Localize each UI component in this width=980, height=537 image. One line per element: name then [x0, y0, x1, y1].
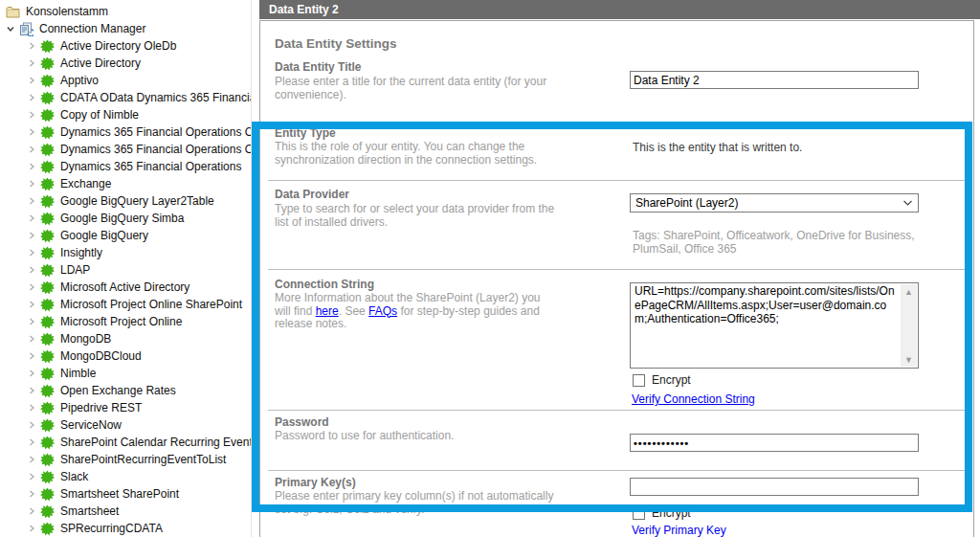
tree-item-connection[interactable]: SPRecurringCDATA	[0, 520, 251, 537]
encrypt-connection-checkbox-row[interactable]: Encrypt	[633, 373, 691, 387]
tree-item-label: Microsoft Project Online	[60, 315, 182, 328]
tree-item-connection[interactable]: MongoDB	[0, 330, 251, 347]
chevron-collapsed-icon[interactable]	[24, 486, 39, 502]
primary-keys-input[interactable]	[630, 478, 919, 496]
chevron-collapsed-icon[interactable]	[24, 331, 39, 347]
tree-item-connection[interactable]: Google BigQuery Layer2Table	[0, 192, 251, 210]
section-divider	[268, 180, 966, 181]
chevron-collapsed-icon[interactable]	[24, 193, 39, 209]
tree-item-connection[interactable]: Microsoft Active Directory	[0, 279, 251, 296]
tree-item-label: Google BigQuery	[60, 229, 148, 242]
chevron-collapsed-icon[interactable]	[24, 124, 39, 140]
tree-item-console-root[interactable]: Konsolenstamm	[0, 3, 251, 20]
tree-item-connection[interactable]: Smartsheet	[0, 503, 251, 520]
tree-item-connection[interactable]: Active Directory	[0, 55, 251, 72]
tree-item-connection[interactable]: Open Exchange Rates	[0, 382, 251, 399]
tree-item-connection[interactable]: Apptivo	[0, 72, 251, 89]
connector-icon	[39, 521, 55, 536]
verify-primary-key-link[interactable]: Verify Primary Key	[632, 524, 726, 537]
chevron-collapsed-icon[interactable]	[24, 348, 39, 364]
chevron-collapsed-icon[interactable]	[24, 366, 39, 381]
tree-item-label: Active Directory	[60, 56, 141, 70]
chevron-collapsed-icon[interactable]	[24, 211, 39, 226]
faqs-link[interactable]: FAQs	[368, 304, 397, 318]
checkbox-unchecked[interactable]	[633, 374, 645, 387]
tree-item-label: MongoDBCloud	[60, 349, 142, 363]
tree-item-connection[interactable]: ServiceNow	[0, 416, 251, 434]
chevron-collapsed-icon[interactable]	[24, 383, 39, 398]
tree-item-connection[interactable]: Dynamics 365 Financial Operations OA	[0, 141, 251, 158]
chevron-collapsed-icon[interactable]	[24, 503, 39, 519]
chevron-collapsed-icon[interactable]	[24, 142, 39, 157]
field-desc-primary-keys: Please enter primary key column(s) if no…	[275, 490, 562, 516]
connector-icon	[39, 245, 55, 260]
chevron-collapsed-icon[interactable]	[24, 159, 39, 174]
checkbox-unchecked[interactable]	[633, 507, 645, 520]
connector-icon	[39, 469, 55, 484]
tree-item-connection[interactable]: SharePoint Calendar Recurring Events	[0, 434, 251, 451]
chevron-collapsed-icon[interactable]	[24, 435, 39, 450]
scroll-down-icon[interactable]: ▼	[901, 352, 917, 367]
chevron-collapsed-icon[interactable]	[24, 314, 39, 329]
here-link[interactable]: here	[316, 304, 339, 318]
chevron-collapsed-icon[interactable]	[24, 297, 39, 312]
tree-item-label: Google BigQuery Simba	[60, 212, 184, 225]
chevron-collapsed-icon[interactable]	[24, 176, 39, 191]
verify-connection-string-link[interactable]: Verify Connection String	[632, 392, 755, 406]
connector-icon	[39, 159, 55, 174]
connection-string-textarea[interactable]: URL=https://company.sharepoint.com/sites…	[630, 282, 919, 369]
tree-item-connection[interactable]: Dynamics 365 Financial Operations	[0, 158, 251, 175]
chevron-collapsed-icon[interactable]	[24, 90, 39, 105]
tree-item-connection[interactable]: CDATA OData Dynamics 365 Financial (	[0, 89, 251, 106]
chevron-collapsed-icon[interactable]	[24, 73, 39, 88]
chevron-collapsed-icon[interactable]	[24, 245, 39, 260]
connector-icon	[39, 297, 55, 312]
entity-type-value: This is the entity that is written to.	[633, 141, 802, 154]
tree-item-connection[interactable]: Pipedrive REST	[0, 399, 251, 416]
connector-icon	[39, 73, 55, 88]
tree-item-connection[interactable]: Smartsheet SharePoint	[0, 485, 251, 503]
tree-item-connection[interactable]: Insightly	[0, 244, 251, 261]
textarea-scrollbar[interactable]: ▲ ▼	[901, 284, 917, 367]
chevron-collapsed-icon[interactable]	[24, 521, 39, 536]
chevron-expanded-icon[interactable]	[3, 21, 18, 36]
tree-item-connection[interactable]: Microsoft Project Online SharePoint	[0, 296, 251, 313]
tree-item-connection[interactable]: Nimble	[0, 365, 251, 382]
tree-item-connection[interactable]: LDAP	[0, 261, 251, 279]
chevron-collapsed-icon[interactable]	[24, 469, 39, 484]
tree-item-label: Google BigQuery Layer2Table	[60, 194, 214, 208]
tree-item-connection[interactable]: Active Directory OleDb	[0, 37, 251, 55]
chevron-collapsed-icon[interactable]	[24, 280, 39, 295]
tree-item-connection[interactable]: SharePointRecurringEventToList	[0, 451, 251, 468]
tree-item-connection[interactable]: Exchange	[0, 175, 251, 192]
tree-item-connection[interactable]: Slack	[0, 468, 251, 485]
connector-icon	[39, 331, 55, 347]
tree-item-connection[interactable]: Google BigQuery Simba	[0, 210, 251, 227]
tree-item-connection[interactable]: MongoDBCloud	[0, 347, 251, 365]
chevron-collapsed-icon[interactable]	[24, 452, 39, 467]
tree-item-connection[interactable]: Dynamics 365 Financial Operations OA	[0, 123, 251, 141]
chevron-collapsed-icon[interactable]	[24, 107, 39, 123]
data-entity-title-input[interactable]	[630, 71, 919, 89]
chevron-collapsed-icon[interactable]	[24, 417, 39, 433]
folder-icon	[5, 4, 20, 19]
chevron-collapsed-icon[interactable]	[24, 262, 39, 278]
tree-item-label: Microsoft Project Online SharePoint	[60, 298, 242, 311]
connector-icon	[39, 486, 55, 502]
tree-item-connection-manager[interactable]: Connection Manager	[0, 20, 251, 37]
encrypt-primary-key-checkbox-row[interactable]: Encrypt	[633, 506, 691, 520]
chevron-collapsed-icon[interactable]	[24, 56, 39, 71]
connector-icon	[39, 435, 55, 450]
desc-text: . See	[339, 304, 368, 318]
tree-item-connection[interactable]: Microsoft Project Online	[0, 313, 251, 330]
tree-item-label: Apptivo	[60, 74, 99, 87]
chevron-collapsed-icon[interactable]	[24, 38, 39, 54]
tree-item-label: Slack	[60, 470, 88, 483]
chevron-collapsed-icon[interactable]	[24, 400, 39, 415]
data-provider-select[interactable]: SharePoint (Layer2)	[630, 193, 919, 213]
password-input[interactable]	[630, 434, 919, 452]
tree-item-connection[interactable]: Copy of Nimble	[0, 106, 251, 123]
chevron-collapsed-icon[interactable]	[24, 228, 39, 243]
tree-item-connection[interactable]: Google BigQuery	[0, 227, 251, 244]
scroll-up-icon[interactable]: ▲	[901, 284, 917, 299]
